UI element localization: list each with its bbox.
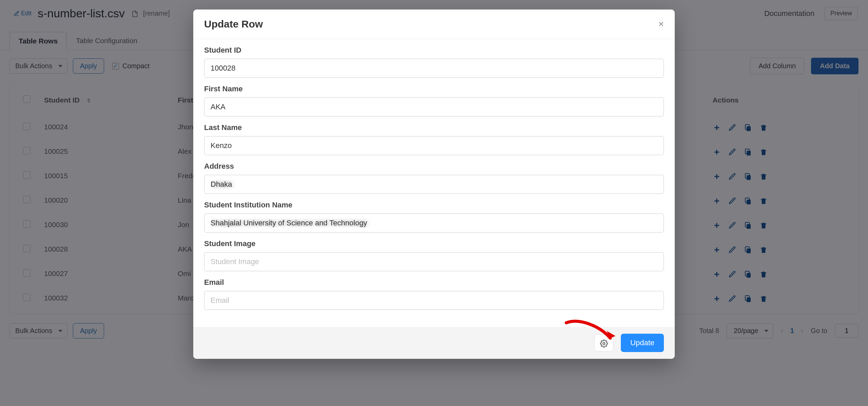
label-last-name: Last Name	[204, 123, 664, 132]
update-button[interactable]: Update	[621, 334, 664, 352]
settings-button[interactable]	[594, 334, 613, 351]
input-first-name[interactable]	[204, 97, 664, 116]
label-address: Address	[204, 162, 664, 171]
input-student-image[interactable]	[204, 252, 664, 271]
close-icon[interactable]: ×	[658, 19, 664, 29]
modal-title: Update Row	[204, 18, 263, 30]
input-student-id[interactable]	[204, 59, 664, 78]
label-institution: Student Institution Name	[204, 201, 664, 209]
label-image: Student Image	[204, 239, 664, 248]
label-email: Email	[204, 278, 664, 287]
label-first-name: First Name	[204, 85, 664, 93]
input-institution[interactable]	[204, 214, 664, 233]
modal-overlay[interactable]: Update Row × Student ID First Name Last …	[0, 0, 868, 406]
input-email[interactable]	[204, 291, 664, 310]
gear-icon	[600, 338, 608, 348]
update-row-modal: Update Row × Student ID First Name Last …	[193, 10, 675, 359]
input-last-name[interactable]	[204, 136, 664, 155]
input-address[interactable]	[204, 175, 664, 194]
svg-point-24	[603, 343, 605, 345]
label-student-id: Student ID	[204, 46, 664, 55]
